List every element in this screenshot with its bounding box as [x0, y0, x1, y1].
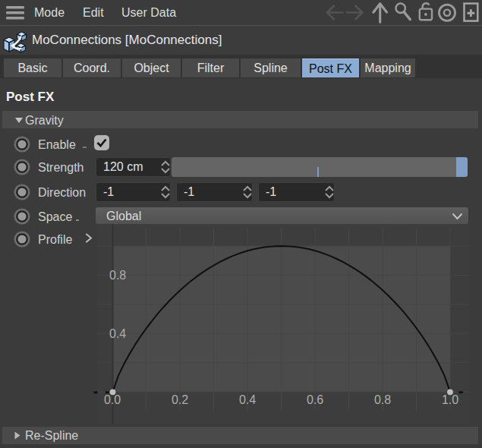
svg-text:1.0: 1.0	[442, 393, 458, 406]
svg-text:0.2: 0.2	[172, 393, 188, 406]
svg-text:0.6: 0.6	[307, 393, 323, 406]
svg-text:0.4: 0.4	[239, 393, 256, 406]
svg-text:0.0: 0.0	[104, 393, 121, 406]
svg-text:0.8: 0.8	[374, 393, 391, 406]
svg-text:0.8: 0.8	[109, 269, 126, 282]
svg-text:0.4: 0.4	[109, 327, 126, 340]
